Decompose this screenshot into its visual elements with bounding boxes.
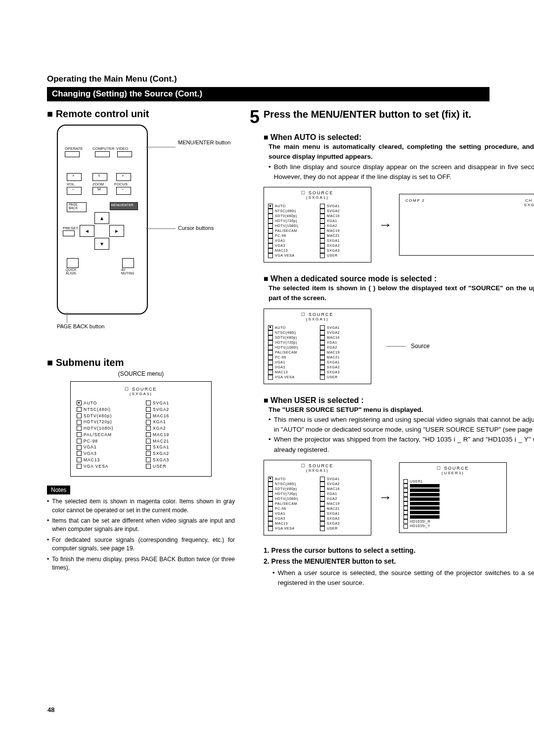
note-item: •To finish the menu display, press PAGE … <box>47 555 235 573</box>
remote-diagram: OPERATE COMPUTER VIDEO + VOL. – T ZOOM W <box>47 125 235 342</box>
rc-av-muting: AVMUTING <box>121 268 134 275</box>
mini-source-3: ☐ SOURCE (SXGA1) AUTONTSC(480i)SDTV(480p… <box>264 460 371 535</box>
user-bullet1: This menu is used when registering and u… <box>274 415 534 435</box>
step-2-bullet: When a user source is selected, the sour… <box>278 568 534 588</box>
rc-label-computer: COMPUTER <box>92 146 115 151</box>
section-header: Operating the Main Menu (Cont.) <box>47 74 490 84</box>
auto-result-box: COMP 2 CH : 1SXGA1 <box>399 194 534 256</box>
dedicated-strong: The selected item is shown in ( ) below … <box>268 283 534 304</box>
arrow-icon: → <box>378 217 392 233</box>
source-menu-box: ☐ SOURCE (SXGA1) AUTONTSC(480i)SDTV(480p… <box>70 381 212 477</box>
mini-source-1: ☐ SOURCE (SXGA1) AUTONTSC(480i)SDTV(480p… <box>264 187 371 263</box>
step-number: 5 <box>250 108 260 126</box>
auto-bullet: Both line display and source display app… <box>274 162 534 182</box>
rc-page-back: PAGEBACK <box>69 203 78 210</box>
rc-label-vol: VOL. <box>67 182 76 186</box>
note-item: •Items that can be set are different whe… <box>47 517 235 534</box>
rc-quick-align: QUICKALIGN. <box>66 268 77 275</box>
submenu-caption: (SOURCE menu) <box>47 370 235 377</box>
notes-label: Notes <box>47 486 70 494</box>
lbl-menu-enter: MENU/ENTER button <box>178 139 230 145</box>
page-number: 48 <box>47 706 54 713</box>
lbl-pageback: PAGE BACK button <box>57 323 104 329</box>
submenu-heading: ■ Submenu item <box>47 357 235 368</box>
step-text: Press the MENU/ENTER button to set (fix)… <box>264 108 471 121</box>
step-1: 1. Press the cursor buttons to select a … <box>264 546 534 554</box>
auto-heading: ■ When AUTO is selected: <box>264 133 534 142</box>
note-item: •The selected item is shown in magenta c… <box>47 497 235 515</box>
rc-label-focus: FOCUS <box>114 182 128 186</box>
mini-source-2: ☐ SOURCE (SXGA1) AUTONTSC(480i)SDTV(480p… <box>264 309 371 384</box>
user-result-box: ☐ SOURCE (USER1) USER1HD1035i_RHD1035i_Y <box>399 462 507 533</box>
page-title-bar: Changing (Setting) the Source (Cont.) <box>47 87 490 101</box>
rc-label-operate: OPERATE <box>65 146 83 151</box>
step-2: 2. Press the MENU/ENTER button to set. <box>264 557 534 565</box>
arrow-icon: → <box>378 489 392 505</box>
dedicated-heading: ■ When a dedicated source mode is select… <box>264 274 534 283</box>
user-bullet2: When the projector was shipped from the … <box>274 435 534 455</box>
remote-heading: ■ Remote control unit <box>47 108 235 120</box>
rc-menu-enter: MENU/ENTER <box>111 203 134 207</box>
lbl-cursor: Cursor buttons <box>178 225 214 231</box>
rc-label-zoom: ZOOM <box>92 182 104 186</box>
note-item: •For dedicated source signals (correspon… <box>47 536 235 553</box>
user-strong: The "USER SOURCE SETUP" menu is displaye… <box>268 405 534 415</box>
user-heading: ■ When USER is selected : <box>264 396 534 405</box>
source-annot: Source <box>411 343 430 350</box>
rc-label-video: VIDEO <box>116 146 128 151</box>
rc-preset: PRESET <box>63 226 78 230</box>
auto-strong: The main menu is automatically cleared, … <box>268 142 534 162</box>
